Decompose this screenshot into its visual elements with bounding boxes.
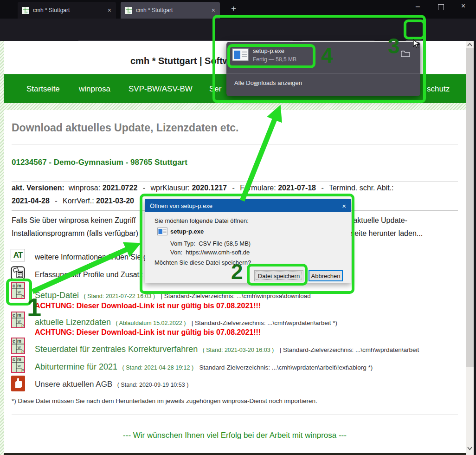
tab-close-icon[interactable]: × bbox=[212, 7, 215, 13]
page-bottom-edge bbox=[4, 453, 466, 455]
version-name: KorrVerf.: bbox=[63, 197, 94, 205]
tab-1[interactable]: p cmh * Stuttgart × bbox=[18, 2, 116, 19]
target-path: Standard-Zielverzeichnis: ...\cmh\wprdat… bbox=[199, 364, 373, 371]
customer-line: 01234567 - Demo-Gymnasium - 98765 Stuttg… bbox=[12, 158, 187, 167]
divider bbox=[12, 144, 458, 144]
stand-meta: ( Stand: 2021-04-28 19:12 ) bbox=[122, 364, 194, 371]
target-path: | Standard-Zielverzeichnis: ...\cmh\wprd… bbox=[280, 346, 419, 353]
screenshot-root: c m w P p cmh * Stuttgart × p cmh * Stut… bbox=[0, 0, 476, 455]
tab-close-icon[interactable]: × bbox=[108, 7, 111, 13]
download-link[interactable]: aktuelle Lizenzdaten bbox=[35, 318, 111, 327]
winprosa-logo-icon[interactable] bbox=[11, 338, 25, 356]
download-link[interactable]: Setup-Datei bbox=[35, 291, 79, 300]
maximize-button[interactable] bbox=[438, 4, 444, 10]
show-all-accesskey: w bbox=[254, 79, 258, 86]
window-right-edge bbox=[474, 41, 476, 455]
dialog-close-icon[interactable]: × bbox=[342, 202, 346, 210]
tab-favicon: p bbox=[22, 7, 29, 14]
popup-divider bbox=[226, 73, 420, 74]
dialog-prompt: Sie möchten folgende Datei öffnen: bbox=[154, 217, 249, 224]
versions-line-2: 2021-04-28 - KorrVerf.: 2021-03-20 bbox=[12, 197, 134, 205]
row-label: Erfassung der Profile und Zusatz bbox=[35, 271, 143, 279]
intro-line-1-right-fragment: s aktuelle Update- bbox=[347, 216, 407, 225]
versions-label: akt. Versionen: bbox=[12, 184, 64, 192]
download-link[interactable]: Unsere aktuellen AGB bbox=[35, 380, 112, 389]
file-source-row: Von: https://www.cmh-soft.de bbox=[170, 249, 250, 256]
agb-hand-icon[interactable] bbox=[11, 376, 25, 393]
scrollbar-thumb[interactable] bbox=[466, 48, 474, 367]
open-folder-icon[interactable] bbox=[401, 50, 410, 58]
tab-favicon: p bbox=[125, 7, 132, 14]
version-value: 2021-03-20 bbox=[96, 197, 134, 205]
at-badge-text: AT bbox=[13, 251, 22, 260]
nav-bottom-pattern bbox=[4, 103, 466, 110]
version-value: 2021.0722 bbox=[103, 184, 138, 192]
divider bbox=[12, 415, 458, 415]
warning-line: ACHTUNG: Dieser Download-Link ist nur gü… bbox=[35, 302, 261, 310]
versions-line-1: akt. Versionen: winprosa: 2021.0722 - wp… bbox=[12, 184, 394, 192]
minimize-button[interactable]: – bbox=[416, 3, 420, 10]
dialog-title-bar[interactable]: Öffnen von setup-p.exe × bbox=[145, 200, 351, 212]
close-window-button[interactable]: × bbox=[461, 2, 465, 10]
footnote: *) Diese Datei müssen Sie nach dem Herun… bbox=[12, 397, 317, 404]
page-left-border-pattern bbox=[0, 41, 4, 455]
footer-message: --- Wir wünschen Ihnen viel Erfolg bei d… bbox=[4, 431, 466, 440]
from-value: https://www.cmh-soft.de bbox=[186, 249, 250, 256]
file-type-row: Vom Typ: CSV File (58,5 MB) bbox=[170, 240, 251, 247]
stand-meta: ( Stand: 2020-09-19 10:53 ) bbox=[117, 382, 189, 388]
type-value: CSV File (58,5 MB) bbox=[199, 240, 251, 247]
calculator-hand-icon[interactable] bbox=[11, 266, 25, 282]
nav-item-svp-bw[interactable]: SVP-BW/ASV-BW bbox=[129, 84, 193, 94]
nav-item-startseite[interactable]: Startseite bbox=[26, 84, 60, 94]
step-number-2: 2 bbox=[231, 261, 243, 282]
intro-line-2: Installationsprogramm (falls verfügbar) bbox=[12, 229, 138, 238]
nav-item-service-fragment[interactable]: Ser bbox=[209, 84, 221, 94]
download-row-lizenzdaten: aktuelle Lizenzdaten ( Ablaufdatum 15.02… bbox=[35, 318, 337, 327]
navigation-toolbar: ← → https://www.cmh-soft.de/site/index.p… bbox=[0, 19, 476, 41]
tab-bar: p cmh * Stuttgart × p cmh * Stuttgart × … bbox=[0, 0, 476, 19]
tab-2-active[interactable]: p cmh * Stuttgart × bbox=[121, 2, 220, 19]
download-row-abiturtermine: Abiturtermine für 2021 ( Stand: 2021-04-… bbox=[35, 362, 373, 372]
download-row-steuerdatei: Steuerdatei für zentrales Korrekturverfa… bbox=[35, 344, 419, 354]
new-tab-button[interactable]: + bbox=[231, 4, 236, 14]
scroll-up-icon[interactable] bbox=[467, 43, 472, 46]
cancel-button[interactable]: Abbrechen bbox=[309, 270, 343, 281]
nav-item-winprosa[interactable]: winprosa bbox=[79, 84, 110, 94]
download-link[interactable]: Abiturtermine für 2021 bbox=[35, 362, 117, 371]
file-icon bbox=[157, 228, 167, 235]
winprosa-logo-icon[interactable] bbox=[11, 312, 25, 330]
at-info-icon[interactable]: AT bbox=[11, 249, 25, 261]
site-header-title: cmh * Stuttgart | Softwar bbox=[130, 56, 238, 66]
from-label: Von: bbox=[170, 249, 182, 256]
save-file-dialog: Öffnen von setup-p.exe × Sie möchten fol… bbox=[145, 199, 351, 283]
cursor-icon bbox=[413, 39, 420, 49]
winprosa-logo-icon[interactable] bbox=[11, 282, 25, 301]
dialog-title: Öffnen von setup-p.exe bbox=[150, 202, 342, 209]
divider bbox=[12, 182, 458, 182]
type-label: Vom Typ: bbox=[170, 240, 195, 247]
download-link[interactable]: Steuerdatei für zentrales Korrekturverfa… bbox=[35, 344, 198, 354]
stand-meta: ( Stand: 2021-07-22 16:03 ) bbox=[84, 293, 155, 299]
step-number-1: 1 bbox=[27, 294, 41, 320]
show-all-downloads[interactable]: Alle Downloads anzeigen bbox=[234, 79, 302, 86]
tab-title: cmh * Stuttgart bbox=[33, 7, 104, 13]
version-value: 2021-07-18 bbox=[278, 184, 316, 192]
dialog-file-name: setup-p.exe bbox=[170, 228, 204, 235]
separator: - bbox=[143, 184, 145, 192]
nav-item-datenschutz-fragment[interactable]: schutz bbox=[427, 84, 450, 94]
download-file-name: setup-p.exe bbox=[253, 47, 284, 54]
winprosa-logo-icon[interactable] bbox=[11, 356, 25, 375]
separator: - bbox=[55, 197, 57, 205]
save-file-button[interactable]: Datei speichern bbox=[254, 270, 303, 281]
version-name: Formulare: bbox=[240, 184, 276, 192]
intro-line-1: Falls Sie über winprosa keinen Zugriff bbox=[12, 216, 135, 225]
row-label: weitere Informationen finden Sie gg bbox=[35, 253, 152, 261]
download-status: Fertig — 58,5 MB bbox=[253, 56, 296, 63]
download-row-agb: Unsere aktuellen AGB ( Stand: 2020-09-19… bbox=[35, 380, 188, 389]
scroll-down-icon[interactable] bbox=[467, 447, 472, 450]
tab-title: cmh * Stuttgart bbox=[136, 7, 208, 13]
show-all-text: Alle Do bbox=[234, 79, 254, 86]
target-path: | Standard-Zielverzeichnis: ...\cmh\winp… bbox=[161, 292, 311, 299]
version-value: 2021-04-28 bbox=[12, 197, 50, 205]
download-row-setup: Setup-Datei ( Stand: 2021-07-22 16:03 ) … bbox=[35, 291, 311, 300]
